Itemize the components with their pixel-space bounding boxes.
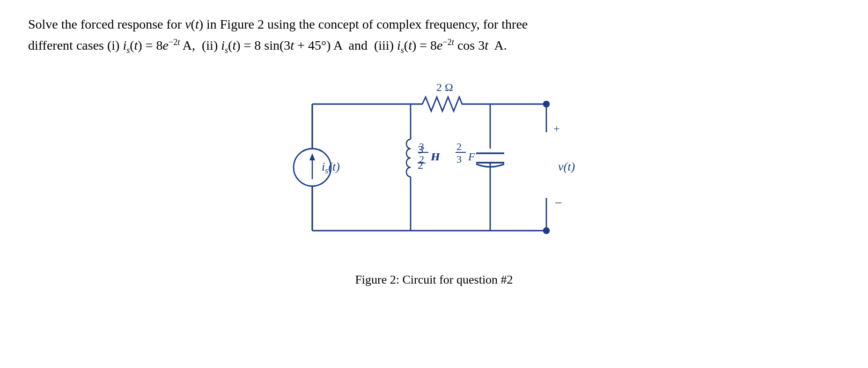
problem-line1: Solve the forced response for v(t) in Fi… xyxy=(28,17,528,31)
circuit-svg: is(t) 3 ─ 2 H 3 2 H xyxy=(275,67,593,263)
svg-text:2: 2 xyxy=(456,141,462,152)
circuit-diagram: is(t) 3 ─ 2 H 3 2 H xyxy=(28,67,840,263)
svg-text:3: 3 xyxy=(419,141,424,152)
svg-text:H: H xyxy=(430,150,440,163)
svg-text:v(t): v(t) xyxy=(558,160,575,173)
svg-text:F: F xyxy=(468,150,475,163)
svg-text:+: + xyxy=(553,122,560,135)
svg-text:−: − xyxy=(555,195,562,210)
svg-point-29 xyxy=(544,101,549,107)
figure-caption: Figure 2: Circuit for question #2 xyxy=(28,273,840,287)
svg-text:2: 2 xyxy=(419,153,424,165)
problem-text: Solve the forced response for v(t) in Fi… xyxy=(28,14,840,57)
svg-text:is(t): is(t) xyxy=(322,160,340,175)
svg-text:3: 3 xyxy=(456,153,462,165)
problem-line2: different cases (i) is(t) = 8e−2t A, (ii… xyxy=(28,38,507,53)
page-content: Solve the forced response for v(t) in Fi… xyxy=(0,0,868,296)
svg-text:2 Ω: 2 Ω xyxy=(436,81,453,93)
svg-point-30 xyxy=(544,228,549,233)
